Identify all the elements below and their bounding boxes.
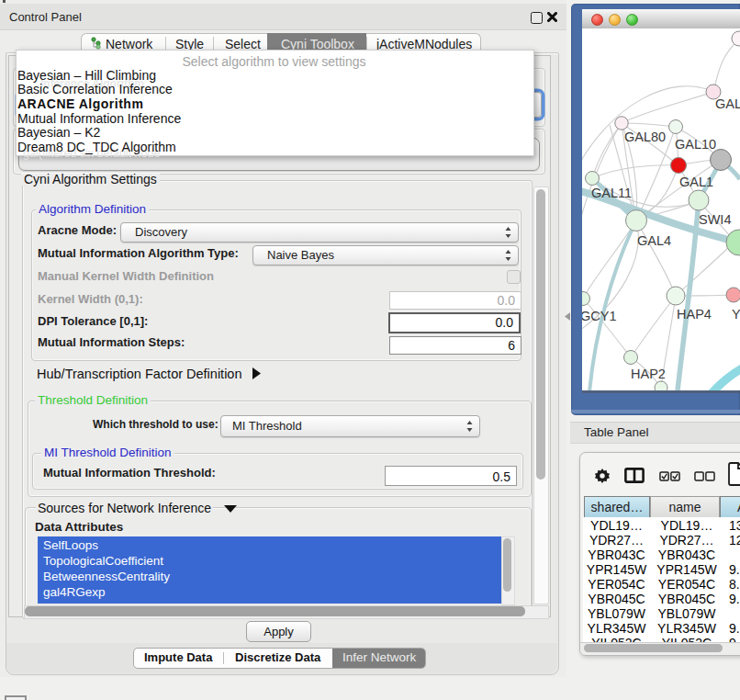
svg-text:HAP2: HAP2 bbox=[631, 367, 666, 381]
svg-text:HAP4: HAP4 bbox=[677, 307, 712, 322]
svg-text:GAL4: GAL4 bbox=[637, 233, 671, 248]
svg-text:Y: Y bbox=[732, 307, 740, 322]
svg-text:GAL7: GAL7 bbox=[715, 96, 740, 111]
svg-text:GAL10: GAL10 bbox=[675, 137, 716, 152]
svg-text:GCY1: GCY1 bbox=[582, 309, 617, 323]
svg-text:GAL1: GAL1 bbox=[679, 175, 713, 189]
svg-text:GAL80: GAL80 bbox=[624, 130, 666, 144]
svg-text:GAL11: GAL11 bbox=[591, 186, 632, 200]
svg-text:SWI4: SWI4 bbox=[699, 212, 731, 227]
